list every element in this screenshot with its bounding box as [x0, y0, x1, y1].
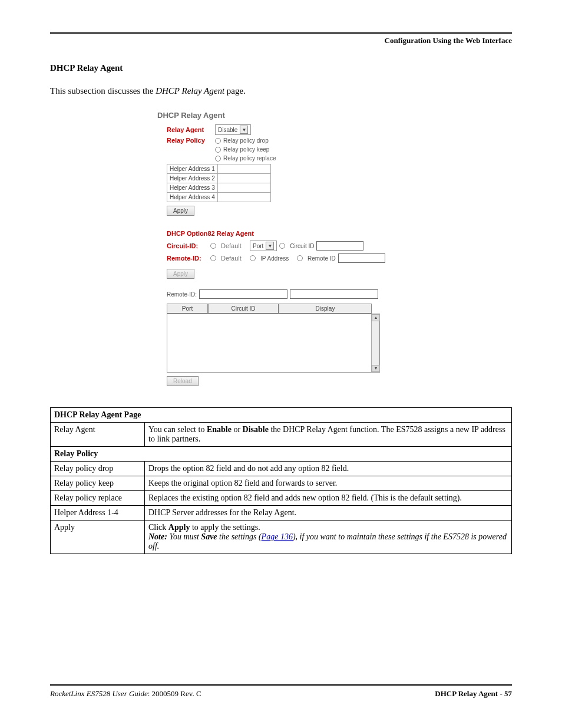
circuit-custom-radio[interactable]: [279, 243, 285, 249]
remote-id-field[interactable]: [199, 289, 287, 299]
remote-id-field-2[interactable]: [290, 289, 378, 299]
remote-default-radio[interactable]: [210, 255, 216, 261]
circuit-id-input[interactable]: [316, 241, 363, 251]
reload-button[interactable]: Reload: [167, 376, 199, 386]
helper-3-input[interactable]: [217, 183, 270, 193]
scroll-down-icon[interactable]: ▾: [372, 365, 380, 372]
radio-drop[interactable]: [215, 138, 221, 144]
option82-heading: DHCP Option82 Relay Agent: [167, 230, 405, 237]
helper-4-input[interactable]: [217, 193, 270, 202]
circuit-port-select[interactable]: Port▼: [250, 241, 277, 251]
apply-button-1[interactable]: Apply: [167, 206, 194, 216]
remote-id-label: Remote-ID:: [167, 255, 208, 262]
helper-1-input[interactable]: [217, 164, 270, 174]
col-circuit: Circuit ID: [208, 304, 279, 314]
remote-ip-radio[interactable]: [250, 255, 256, 261]
doc-table: DHCP Relay Agent Page Relay Agent You ca…: [50, 407, 512, 554]
ui-screenshot: DHCP Relay Agent Relay Agent Disable▼ Re…: [157, 111, 405, 393]
intro-text: This subsection discusses the DHCP Relay…: [50, 86, 512, 96]
relay-policy-label: Relay Policy: [167, 137, 215, 144]
col-port: Port: [167, 304, 208, 314]
footer-left: RocketLinx ES7528 User Guide: 2000509 Re…: [50, 689, 201, 699]
page-link[interactable]: Page 136: [262, 532, 293, 541]
header-title: Configuration Using the Web Interface: [50, 36, 512, 45]
chevron-down-icon: ▼: [240, 126, 248, 134]
radio-replace[interactable]: [215, 156, 221, 162]
remote-custom-radio[interactable]: [297, 255, 303, 261]
circuit-default-radio[interactable]: [210, 243, 216, 249]
helper-2-input[interactable]: [217, 174, 270, 183]
footer-right: DHCP Relay Agent - 57: [435, 689, 512, 699]
col-display: Display: [279, 304, 372, 314]
apply-button-2[interactable]: Apply: [167, 269, 194, 279]
chevron-down-icon: ▼: [266, 242, 274, 250]
ss-title: DHCP Relay Agent: [157, 111, 405, 120]
section-heading: DHCP Relay Agent: [50, 63, 512, 73]
helper-table: Helper Address 1 Helper Address 2 Helper…: [167, 164, 271, 202]
scroll-up-icon[interactable]: ▴: [372, 314, 380, 321]
display-list: ▴ ▾: [167, 314, 380, 373]
relay-agent-select[interactable]: Disable▼: [215, 124, 251, 135]
circuit-id-label: Circuit-ID:: [167, 242, 208, 249]
relay-agent-label: Relay Agent: [167, 126, 215, 133]
table-title: DHCP Relay Agent Page: [51, 408, 512, 423]
radio-keep[interactable]: [215, 147, 221, 153]
scrollbar[interactable]: ▴ ▾: [371, 314, 379, 372]
remote-id-input[interactable]: [338, 253, 385, 263]
